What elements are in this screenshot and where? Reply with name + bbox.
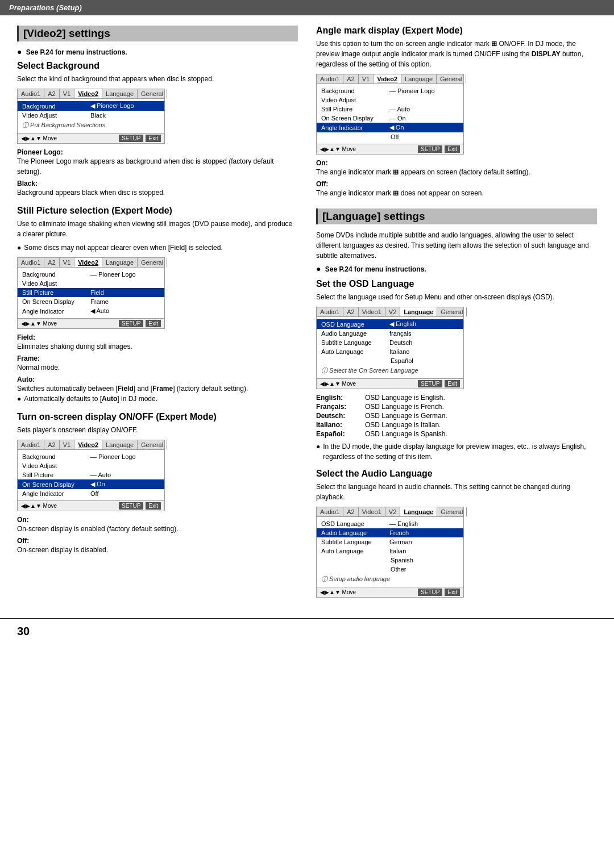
osd-tab-row-angle: Audio1 A2 V1 Video2 Language General [317, 74, 463, 84]
auto-section: Auto: Switches automatically between [Fi… [17, 375, 298, 394]
osd-menu-onscreen: Audio1 A2 V1 Video2 Language General Bac… [17, 440, 165, 511]
page-number: 30 [0, 618, 614, 644]
field-section: Field: Eliminates shaking during still i… [17, 333, 298, 352]
auto-label: Auto: [17, 375, 298, 383]
select-background-heading: Select Background [17, 61, 298, 71]
pioneer-logo-label: Pioneer Logo: [17, 148, 298, 156]
osd-btn-setup-still[interactable]: SETUP [119, 320, 143, 327]
osd-footer-btns-still: SETUP Exit [119, 320, 161, 327]
pioneer-logo-section: Pioneer Logo: The Pioneer Logo mark appe… [17, 148, 298, 177]
osd-tab-language[interactable]: Language [102, 89, 138, 98]
angle-mark-desc: Use this option to turn the on-screen an… [316, 39, 597, 69]
video2-section-title: [Video2] settings [17, 26, 298, 41]
osd-tab-row-osdlang: Audio1 A2 Video1 V2 Language General [317, 307, 463, 317]
pioneer-logo-text: The Pioneer Logo mark appears as backgro… [17, 157, 274, 176]
osd-tab-general[interactable]: General [138, 89, 167, 98]
osd-body-angle: Background — Pioneer Logo Video Adjust S… [317, 84, 463, 144]
osd-menu-osdlang: Audio1 A2 Video1 V2 Language General OSD… [316, 307, 464, 389]
osd-row-background: Background ◀ Pioneer Logo [18, 101, 164, 111]
right-column: Angle mark display (Expert Mode) Use thi… [316, 26, 597, 602]
osd-row-background-still: Background — Pioneer Logo [18, 270, 164, 279]
on-onscreen-text: On-screen display is enabled (factory de… [17, 525, 178, 533]
osd-tab-row: Audio1 A2 V1 Video2 Language General [18, 89, 164, 99]
osd-footer-angle: ◀▶▲▼ Move SETUP Exit [317, 144, 463, 154]
osd-body-still: Background — Pioneer Logo Video Adjust S… [18, 268, 164, 318]
osd-tab-language-still[interactable]: Language [102, 258, 138, 267]
osd-tab-a2[interactable]: A2 [44, 89, 59, 98]
lang-english-val: OSD Language is English. [365, 394, 597, 402]
off-onscreen-section: Off: On-screen display is disabled. [17, 537, 298, 555]
video2-note: ● See P.24 for menu instructions. [17, 47, 298, 56]
osd-row-stillpicture: Still Picture Field [18, 288, 164, 297]
off-angle-label: Off: [316, 180, 597, 188]
osd-row-videoadjust-still: Video Adjust [18, 279, 164, 288]
lang-english-key: English: [316, 394, 362, 402]
lang-deutsch-val: OSD Language is German. [365, 412, 597, 420]
osd-row-angle-still: Angle Indicator ◀ Auto [18, 306, 164, 316]
auto-dj-note: Automatically defaults to [Auto] in DJ m… [17, 394, 298, 404]
osd-btn-setup[interactable]: SETUP [119, 135, 143, 142]
osd-tab-v1[interactable]: V1 [60, 89, 74, 98]
on-angle-text: The angle indicator mark ⊞ appears on sc… [316, 168, 530, 176]
select-background-desc: Select the kind of background that appea… [17, 74, 298, 84]
black-label: Black: [17, 180, 298, 187]
lang-deutsch-key: Deutsch: [316, 412, 362, 420]
osd-tab-a2-still[interactable]: A2 [44, 258, 59, 267]
field-label: Field: [17, 333, 298, 341]
select-audio-desc: Select the language heard in audio chann… [316, 482, 597, 502]
osd-footer-nav-still: ◀▶▲▼ Move [21, 320, 57, 327]
osd-footer-still: ◀▶▲▼ Move SETUP Exit [18, 318, 164, 328]
osd-tab-audio1-still[interactable]: Audio1 [18, 258, 44, 267]
lang-francais-val: OSD Language is French. [365, 403, 597, 411]
osd-tab-video2[interactable]: Video2 [74, 89, 102, 98]
turn-onscreen-heading: Turn on-screen display ON/OFF (Expert Mo… [17, 412, 298, 422]
header-label: Preparations (Setup) [9, 3, 82, 12]
osd-menu-audiolang: Audio1 A2 Video1 V2 Language General OSD… [316, 507, 464, 598]
off-angle-section: Off: The angle indicator mark ⊞ does not… [316, 180, 597, 198]
lang-francais-key: Français: [316, 403, 362, 411]
osd-tab-audio1[interactable]: Audio1 [18, 89, 44, 98]
osd-row-videoadjust: Video Adjust Black [18, 111, 164, 120]
osd-footer-onscreen: ◀▶▲▼ Move SETUP Exit [18, 500, 164, 511]
lang-espanol-val: OSD Language is Spanish. [365, 430, 597, 438]
osd-footer-nav: ◀▶▲▼ Move [21, 135, 57, 141]
osd-row-onscreen-still: On Screen Display Frame [18, 297, 164, 306]
osd-tab-row-onscreen: Audio1 A2 V1 Video2 Language General [18, 440, 164, 450]
osd-tab-v1-still[interactable]: V1 [60, 258, 74, 267]
osd-footer-background: ◀▶▲▼ Move SETUP Exit [18, 133, 164, 143]
osd-body-background: Background ◀ Pioneer Logo Video Adjust B… [18, 99, 164, 133]
osd-footer-osdlang: ◀▶▲▼ Move SETUP Exit [317, 378, 463, 389]
osd-body-audiolang: OSD Language — English Audio Language Fr… [317, 517, 463, 587]
lang-espanol-key: Español: [316, 430, 362, 438]
select-audio-heading: Select the Audio Language [316, 469, 597, 479]
language-note: ● See P.24 for menu instructions. [316, 264, 597, 273]
turn-onscreen-desc: Sets player's onscreen display ON/OFF. [17, 425, 298, 435]
left-column: [Video2] settings ● See P.24 for menu in… [17, 26, 298, 602]
still-picture-heading: Still Picture selection (Expert Mode) [17, 206, 298, 216]
off-onscreen-text: On-screen display is disabled. [17, 546, 108, 554]
osd-menu-angle: Audio1 A2 V1 Video2 Language General Bac… [316, 74, 464, 155]
osd-menu-background: Audio1 A2 V1 Video2 Language General Bac… [17, 89, 165, 144]
off-angle-text: The angle indicator mark ⊞ does not appe… [316, 189, 484, 197]
black-text: Background appears black when disc is st… [17, 189, 165, 197]
off-onscreen-label: Off: [17, 537, 298, 545]
field-text: Eliminates shaking during still images. [17, 343, 132, 350]
still-picture-note: Some discs may not appear clearer even w… [17, 243, 298, 253]
osd-btn-exit-still[interactable]: Exit [146, 320, 161, 327]
osd-info-background: ⓘ Put Background Selections [18, 120, 164, 131]
osd-btn-exit[interactable]: Exit [146, 135, 161, 142]
set-osd-heading: Set the OSD Language [316, 279, 597, 289]
osd-tab-row-still: Audio1 A2 V1 Video2 Language General [18, 258, 164, 268]
on-angle-section: On: The angle indicator mark ⊞ appears o… [316, 159, 597, 177]
dj-mode-note: In the DJ mode, the guide display langua… [316, 441, 597, 462]
language-intro: Some DVDs include multiple subtitle and … [316, 230, 597, 261]
auto-text: Switches automatically between [Field] a… [17, 385, 248, 393]
header-bar: Preparations (Setup) [0, 0, 614, 15]
osd-footer-audiolang: ◀▶▲▼ Move SETUP Exit [317, 587, 463, 597]
still-picture-desc: Use to eliminate image shaking when view… [17, 219, 298, 239]
osd-tab-general-still[interactable]: General [138, 258, 167, 267]
lang-descriptions: English: OSD Language is English. França… [316, 394, 597, 438]
language-section-title: [Language] settings [316, 208, 597, 224]
osd-tab-video2-still[interactable]: Video2 [74, 258, 102, 267]
frame-section: Frame: Normal mode. [17, 354, 298, 373]
